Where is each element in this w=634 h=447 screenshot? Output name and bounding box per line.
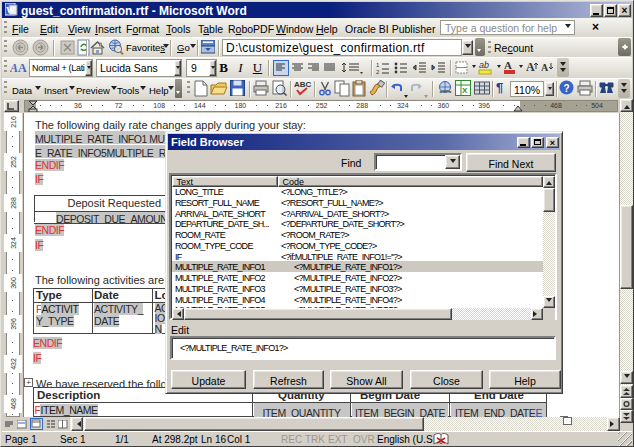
svg-text:2: 2 xyxy=(376,69,380,75)
svg-text:A: A xyxy=(504,59,512,71)
svg-text:A: A xyxy=(18,61,27,75)
svg-text:1: 1 xyxy=(376,62,380,68)
svg-text:A: A xyxy=(541,62,549,73)
svg-text:A: A xyxy=(526,60,535,74)
svg-text:ab: ab xyxy=(479,60,489,70)
svg-text:X: X xyxy=(462,86,468,95)
svg-text:ABC: ABC xyxy=(294,80,312,89)
svg-text:W: W xyxy=(6,5,15,15)
svg-text:?: ? xyxy=(564,83,570,94)
svg-text:A: A xyxy=(10,61,18,75)
